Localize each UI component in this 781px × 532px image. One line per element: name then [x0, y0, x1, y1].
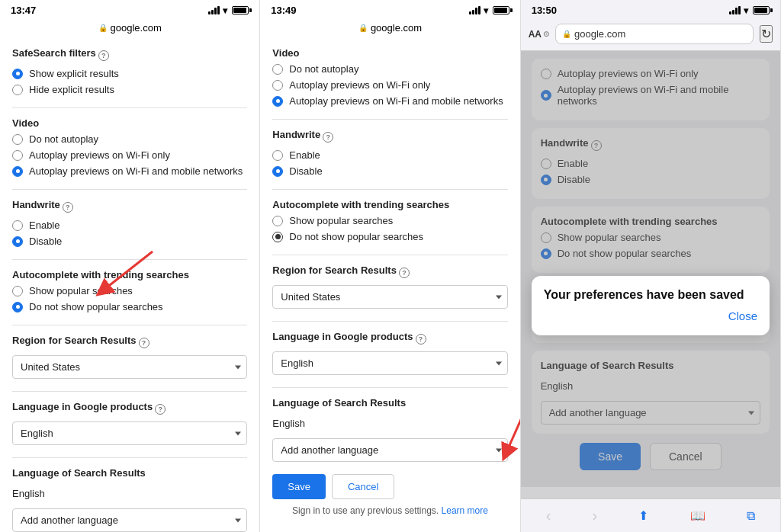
- region-dropdown-2[interactable]: United States: [272, 285, 507, 309]
- content-1: SafeSearch filters ? Show explicit resul…: [0, 38, 259, 532]
- safesearch-radio1[interactable]: [12, 69, 23, 79]
- safesearch-radio2[interactable]: [12, 85, 23, 95]
- video-opt2[interactable]: Autoplay previews on Wi-Fi only: [12, 149, 247, 161]
- reload-button-3[interactable]: ↻: [760, 25, 773, 43]
- region-help-icon-1[interactable]: ?: [139, 338, 149, 348]
- cancel-button-2[interactable]: Cancel: [332, 474, 394, 499]
- autocomplete2-opt1[interactable]: Show popular searches: [272, 215, 507, 226]
- region-dropdown-wrap-1: United States: [12, 355, 247, 379]
- video-section-2: Video Do not autoplay Autoplay previews …: [272, 47, 507, 107]
- video-opt1[interactable]: Do not autoplay: [12, 133, 247, 145]
- autocomplete-radio2[interactable]: [12, 302, 23, 312]
- video2-radio1[interactable]: [272, 64, 283, 75]
- handwrite-radio1[interactable]: [12, 220, 23, 231]
- wifi-icon-3: ▾: [744, 5, 748, 16]
- lang-products-section-2: Language in Google products ? English: [272, 331, 507, 375]
- forward-button-3[interactable]: ›: [588, 507, 603, 524]
- wifi-icon-2: ▾: [484, 5, 488, 16]
- lang-products-dropdown-1[interactable]: English: [12, 421, 247, 445]
- autocomplete-radio1[interactable]: [12, 286, 23, 296]
- tabs-button-3[interactable]: ⧉: [742, 509, 760, 523]
- sign-in-text-2: Sign in to use any previous settings. Le…: [272, 505, 507, 516]
- lang-results-section-2: Language of Search Results English Add a…: [272, 397, 507, 462]
- aa-button-3[interactable]: AA ⊙: [529, 29, 549, 40]
- video-radio3[interactable]: [12, 166, 23, 177]
- video-opt3-label: Autoplay previews on Wi-Fi and mobile ne…: [29, 165, 243, 177]
- lang-results-title-1: Language of Search Results: [12, 467, 247, 479]
- lang-results-add-dropdown-2[interactable]: Add another language: [272, 438, 507, 462]
- video-section-1: Video Do not autoplay Autoplay previews …: [12, 117, 247, 177]
- safesearch-help-icon[interactable]: ?: [98, 50, 109, 61]
- video2-opt1[interactable]: Do not autoplay: [272, 63, 507, 75]
- address-bar-2: 🔒 google.com: [260, 19, 519, 38]
- video-title-2: Video: [272, 47, 507, 59]
- autocomplete2-opt2[interactable]: Do not show popular searches: [272, 231, 507, 242]
- region-dropdown-1[interactable]: United States: [12, 355, 247, 379]
- share-button-3[interactable]: ⬆: [634, 508, 653, 523]
- autocomplete2-radio2[interactable]: [272, 232, 283, 242]
- autocomplete-title-2: Autocomplete with trending searches: [272, 199, 507, 210]
- safesearch-opt2[interactable]: Hide explicit results: [12, 84, 247, 95]
- handwrite-title-1: Handwrite: [12, 199, 60, 210]
- signal-icon-3: [729, 6, 741, 14]
- learn-more-link-2[interactable]: Learn more: [442, 505, 488, 516]
- autocomplete2-radio1[interactable]: [272, 216, 283, 226]
- video-radio1[interactable]: [12, 134, 23, 145]
- lock-icon-1: 🔒: [98, 24, 108, 32]
- region-section-2: Region for Search Results ? United State…: [272, 264, 507, 309]
- handwrite-radio2[interactable]: [12, 236, 23, 247]
- lang-products-dropdown-2[interactable]: English: [272, 351, 507, 375]
- video-radio2[interactable]: [12, 150, 23, 161]
- url-2: google.com: [371, 22, 422, 34]
- autocomplete-opt2[interactable]: Do not show popular searches: [12, 301, 247, 312]
- back-button-3[interactable]: ‹: [542, 507, 556, 524]
- safari-url-bar-3[interactable]: 🔒 google.com: [555, 24, 754, 44]
- region-title-row-1: Region for Search Results ?: [12, 335, 247, 351]
- autocomplete-section-1: Autocomplete with trending searches Show…: [12, 269, 247, 312]
- autocomplete-opt1[interactable]: Show popular searches: [12, 285, 247, 296]
- autocomplete-section-2: Autocomplete with trending searches Show…: [272, 199, 507, 242]
- handwrite2-opt1[interactable]: Enable: [272, 149, 507, 161]
- lang-results-add-dropdown-1[interactable]: Add another language: [12, 508, 247, 532]
- autocomplete2-opt1-label: Show popular searches: [289, 215, 393, 226]
- save-button-2[interactable]: Save: [272, 474, 326, 499]
- preferences-saved-dialog: Your preferences have been saved Close: [532, 276, 770, 335]
- toast-message-3: Your preferences have been saved: [544, 288, 757, 302]
- video2-opt2[interactable]: Autoplay previews on Wi-Fi only: [272, 79, 507, 91]
- handwrite2-radio1[interactable]: [272, 150, 283, 161]
- lang-products-help-icon-2[interactable]: ?: [416, 334, 426, 345]
- video2-opt3-label: Autoplay previews on Wi-Fi and mobile ne…: [289, 95, 503, 107]
- handwrite-help-icon-1[interactable]: ?: [63, 202, 73, 213]
- bookmarks-button-3[interactable]: 📖: [686, 508, 710, 523]
- handwrite-title-row-2: Handwrite ?: [272, 129, 507, 145]
- region-title-1: Region for Search Results: [12, 335, 137, 346]
- region-section-1: Region for Search Results ? United State…: [12, 335, 247, 379]
- lang-results-current-1: English: [12, 483, 247, 504]
- lang-products-dropdown-wrap-2: English: [272, 351, 507, 375]
- video2-opt3[interactable]: Autoplay previews on Wi-Fi and mobile ne…: [272, 95, 507, 107]
- handwrite2-opt2[interactable]: Disable: [272, 165, 507, 177]
- region-title-2: Region for Search Results: [272, 264, 397, 276]
- handwrite2-radio2[interactable]: [272, 166, 283, 177]
- handwrite-title-2: Handwrite: [272, 129, 320, 140]
- handwrite-help-icon-2[interactable]: ?: [323, 132, 333, 143]
- handwrite-section-2: Handwrite ? Enable Disable: [272, 129, 507, 177]
- handwrite-title-row-1: Handwrite ?: [12, 199, 247, 215]
- lang-products-dropdown-wrap-1: English: [12, 421, 247, 445]
- autocomplete-opt2-label: Do not show popular searches: [29, 301, 163, 312]
- status-icons-2: ▾: [469, 5, 509, 16]
- handwrite-opt1[interactable]: Enable: [12, 220, 247, 231]
- lang-products-help-icon-1[interactable]: ?: [155, 404, 166, 415]
- close-button-3[interactable]: Close: [728, 309, 757, 322]
- video2-radio2[interactable]: [272, 80, 283, 91]
- handwrite-opt2[interactable]: Disable: [12, 236, 247, 247]
- safesearch-opt1[interactable]: Show explicit results: [12, 68, 247, 79]
- sign-in-label-2: Sign in to use any previous settings.: [292, 505, 439, 516]
- content-2: Video Do not autoplay Autoplay previews …: [260, 38, 519, 532]
- status-bar-1: 13:47 ▾: [0, 0, 259, 19]
- video2-radio3[interactable]: [272, 96, 283, 107]
- video-opt1-label: Do not autoplay: [29, 133, 98, 145]
- video-opt3[interactable]: Autoplay previews on Wi-Fi and mobile ne…: [12, 165, 247, 177]
- autocomplete2-opt2-label: Do not show popular searches: [289, 231, 423, 242]
- region-help-icon-2[interactable]: ?: [399, 268, 410, 278]
